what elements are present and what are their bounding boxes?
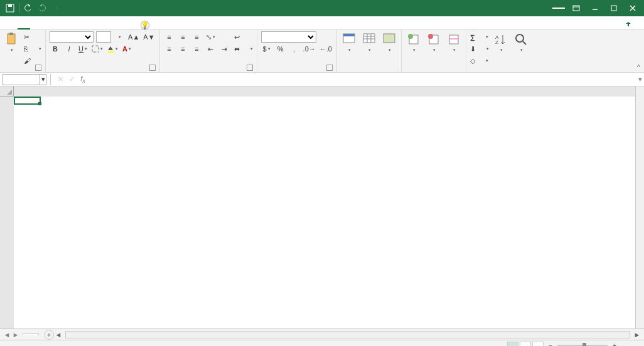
enter-formula-icon[interactable]: ✓ [66, 74, 77, 85]
bold-button[interactable]: B [50, 43, 61, 55]
ribbon-display-icon[interactable] [569, 1, 584, 16]
sheet-tab-1[interactable] [23, 333, 39, 335]
number-format-select[interactable] [261, 31, 316, 43]
save-icon[interactable] [4, 2, 16, 14]
font-color-button[interactable]: A [121, 43, 132, 55]
format-as-table-button[interactable] [361, 31, 377, 54]
sort-filter-button[interactable]: AZ [493, 31, 509, 54]
conditional-formatting-button[interactable] [341, 31, 357, 54]
format-cells-button[interactable] [446, 31, 462, 54]
row-headers [0, 97, 14, 328]
align-middle-icon[interactable]: ≡ [178, 31, 189, 43]
merge-center-button[interactable]: ⬌ [234, 43, 253, 55]
expand-formula-bar-icon[interactable]: ▾ [636, 75, 644, 83]
wrap-text-button[interactable]: ↩ [234, 31, 253, 43]
hscroll-left-icon[interactable]: ◄ [54, 330, 63, 339]
zoom-in-button[interactable]: + [613, 342, 616, 346]
cell-area[interactable] [14, 97, 635, 328]
tab-formulas[interactable] [55, 24, 68, 29]
font-size-input[interactable] [96, 31, 111, 43]
name-box-dropdown[interactable]: ▾ [40, 74, 46, 85]
tell-me-search[interactable]: 💡 [131, 21, 620, 29]
hscroll-right-icon[interactable]: ► [633, 330, 641, 339]
vertical-scrollbar[interactable] [635, 86, 644, 328]
clear-button[interactable]: ◇ [470, 55, 489, 66]
tab-view[interactable] [93, 24, 105, 29]
number-dialog-launcher[interactable] [326, 65, 333, 71]
tab-data[interactable] [68, 24, 80, 29]
insert-cells-button[interactable] [405, 31, 422, 54]
close-icon[interactable] [625, 1, 640, 16]
find-select-button[interactable] [513, 31, 529, 54]
tab-acrobat[interactable] [118, 24, 131, 29]
cell-styles-button[interactable] [381, 31, 397, 54]
group-label-cells [405, 71, 462, 72]
align-bottom-icon[interactable]: ≡ [191, 31, 203, 43]
status-bar: − + [0, 340, 644, 346]
borders-button[interactable] [91, 43, 104, 55]
add-sheet-button[interactable]: + [44, 330, 54, 340]
select-all-corner[interactable] [0, 86, 14, 97]
svg-rect-4 [8, 34, 15, 44]
share-button[interactable] [620, 21, 639, 29]
tab-home[interactable] [18, 23, 30, 29]
tab-help[interactable] [105, 24, 118, 29]
increase-decimal-icon[interactable]: .0→ [303, 43, 316, 55]
normal-view-button[interactable] [507, 342, 518, 347]
increase-font-icon[interactable]: A▲ [127, 31, 140, 43]
decrease-indent-icon[interactable]: ⇤ [205, 43, 217, 55]
clipboard-dialog-launcher[interactable] [35, 65, 41, 71]
sheet-nav-prev-icon[interactable]: ◄ [3, 330, 11, 339]
decrease-decimal-icon[interactable]: ←.0 [319, 43, 333, 55]
sheet-nav-next-icon[interactable]: ► [11, 330, 20, 339]
group-clipboard: ▾ ✂ ⎘ 🖌 [0, 30, 46, 72]
paste-button[interactable]: ▾ [4, 31, 20, 54]
orientation-icon[interactable]: ⤡ [205, 31, 217, 43]
tab-review[interactable] [80, 24, 93, 29]
font-dialog-launcher[interactable] [149, 65, 156, 71]
undo-icon[interactable] [22, 2, 35, 14]
font-size-dropdown[interactable] [114, 31, 125, 43]
fill-button[interactable]: ⬇ [470, 43, 489, 55]
percent-format-icon[interactable]: % [275, 43, 286, 55]
formula-input[interactable] [89, 74, 636, 85]
redo-icon[interactable] [36, 2, 48, 14]
underline-button[interactable]: U [77, 43, 89, 55]
insert-function-icon[interactable]: fx [77, 74, 89, 85]
cut-button[interactable]: ✂ [24, 31, 41, 43]
accounting-format-icon[interactable]: $ [261, 43, 272, 55]
svg-rect-3 [611, 6, 616, 11]
signin-button[interactable] [552, 8, 565, 9]
increase-indent-icon[interactable]: ⇥ [219, 43, 230, 55]
horizontal-scrollbar[interactable]: ◄ ► [54, 330, 644, 339]
font-name-select[interactable] [50, 31, 94, 43]
delete-cells-button[interactable] [426, 31, 442, 54]
cancel-formula-icon[interactable]: ✕ [55, 74, 66, 85]
zoom-out-button[interactable]: − [549, 342, 552, 346]
align-right-icon[interactable]: ≡ [191, 43, 203, 55]
autosum-button[interactable]: ∑ [470, 31, 489, 43]
alignment-dialog-launcher[interactable] [247, 65, 253, 71]
fill-color-button[interactable] [106, 43, 119, 55]
decrease-font-icon[interactable]: A▼ [142, 31, 155, 43]
page-break-view-button[interactable] [532, 342, 544, 347]
name-box[interactable] [3, 74, 40, 85]
align-left-icon[interactable]: ≡ [164, 43, 175, 55]
tab-insert[interactable] [30, 24, 43, 29]
page-layout-view-button[interactable] [520, 342, 531, 347]
qat-customize-icon[interactable] [50, 2, 62, 14]
maximize-icon[interactable] [606, 1, 621, 16]
collapse-ribbon-icon[interactable]: ^ [637, 63, 640, 71]
copy-button[interactable]: ⎘ [24, 43, 41, 55]
align-center-icon[interactable]: ≡ [178, 43, 189, 55]
tab-page-layout[interactable] [43, 24, 55, 29]
minimize-icon[interactable] [588, 1, 603, 16]
italic-button[interactable]: I [63, 43, 75, 55]
eraser-icon: ◇ [470, 57, 475, 65]
svg-rect-1 [8, 4, 12, 7]
ribbon-tabs: 💡 [0, 16, 644, 30]
tab-file[interactable] [5, 24, 18, 29]
svg-rect-16 [449, 35, 458, 44]
align-top-icon[interactable]: ≡ [164, 31, 175, 43]
comma-format-icon[interactable]: , [289, 43, 300, 55]
